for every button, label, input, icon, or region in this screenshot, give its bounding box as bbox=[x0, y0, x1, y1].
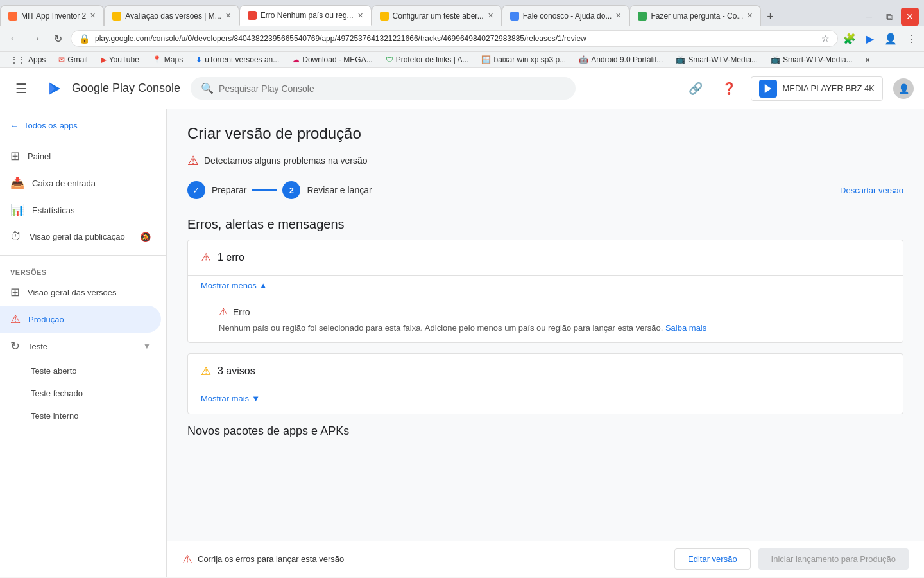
restore-button[interactable]: ⧉ bbox=[880, 8, 898, 26]
warnings-count-header[interactable]: ⚠ 3 avisos bbox=[188, 354, 903, 389]
bookmark-android[interactable]: 🤖 Android 9.0 Portátil... bbox=[574, 54, 668, 66]
tab-close-3[interactable]: ✕ bbox=[357, 12, 363, 20]
error-item: ⚠ Erro Nenhum país ou região foi selecio… bbox=[188, 298, 903, 342]
tab-favicon-2 bbox=[112, 12, 121, 21]
minimize-button[interactable]: ─ bbox=[860, 8, 878, 26]
sidebar-item-estatisticas[interactable]: 📊 Estatísticas bbox=[0, 197, 161, 223]
account-icon[interactable]: 👤 bbox=[883, 31, 898, 46]
tab-close-5[interactable]: ✕ bbox=[615, 12, 621, 20]
error-count-header[interactable]: ⚠ 1 erro bbox=[188, 240, 903, 275]
tab-title-2: Avaliação das versões | M... bbox=[125, 12, 221, 21]
hamburger-menu[interactable]: ☰ bbox=[10, 76, 32, 101]
tab-5[interactable]: Fale conosco - Ajuda do... ✕ bbox=[502, 5, 630, 26]
bookmark-apps-label: Apps bbox=[28, 55, 46, 64]
new-tab-button[interactable]: + bbox=[761, 8, 779, 26]
tab-3[interactable]: Erro Nenhum país ou reg... ✕ bbox=[239, 5, 372, 26]
bookmark-youtube-label: YouTube bbox=[109, 55, 139, 64]
tab-4[interactable]: Configurar um teste aber... ✕ bbox=[372, 5, 502, 26]
tab-close-1[interactable]: ✕ bbox=[90, 12, 96, 20]
chevron-up-icon: ▲ bbox=[259, 281, 268, 290]
menu-icon[interactable]: ⋮ bbox=[903, 31, 919, 46]
launch-btn[interactable]: Iniciar lançamento para Produção bbox=[758, 548, 909, 570]
windows-icon-bm: 🪟 bbox=[481, 55, 491, 64]
sidebar-item-teste[interactable]: ↻ Teste ▼ bbox=[0, 333, 161, 360]
show-more-btn[interactable]: Mostrar mais ▼ bbox=[188, 389, 903, 414]
app-badge-icon bbox=[759, 80, 777, 98]
tab-close-2[interactable]: ✕ bbox=[225, 12, 231, 20]
app-header: ☰ Google Play Console 🔍 🔗 ❓ MEDIA PLAYER… bbox=[0, 68, 924, 109]
bookmark-protetor-label: Protetor de links | A... bbox=[396, 55, 469, 64]
tab-title-3: Erro Nenhum país ou reg... bbox=[261, 11, 354, 20]
help-icon-btn[interactable]: ❓ bbox=[717, 77, 740, 100]
back-button[interactable]: ← bbox=[5, 30, 23, 48]
sidebar-item-teste-interno[interactable]: Teste interno bbox=[0, 405, 161, 427]
app-logo[interactable]: Google Play Console bbox=[42, 77, 180, 100]
bookmark-mega-label: Download - MEGA... bbox=[302, 55, 372, 64]
bottom-error-icon: ⚠ bbox=[182, 552, 193, 566]
bookmark-winxp-label: baixar win xp sp3 p... bbox=[493, 55, 566, 64]
sidebar-item-painel[interactable]: ⊞ Painel bbox=[0, 143, 161, 170]
show-less-btn[interactable]: Mostrar menos ▲ bbox=[188, 276, 903, 298]
shield-icon-bm: 🛡 bbox=[386, 55, 393, 64]
tab-favicon-1 bbox=[8, 12, 17, 21]
tab-title-5: Fale conosco - Ajuda do... bbox=[523, 12, 612, 21]
error-item-icon: ⚠ bbox=[219, 306, 228, 318]
visao-icon: ⏱ bbox=[10, 230, 22, 243]
tab-1[interactable]: MIT App Inventor 2 ✕ bbox=[0, 5, 104, 26]
app-selector[interactable]: MEDIA PLAYER BRZ 4K bbox=[751, 76, 883, 101]
mega-icon: ☁ bbox=[292, 55, 300, 64]
bookmark-youtube[interactable]: ▶ YouTube bbox=[96, 54, 144, 66]
tab-close-4[interactable]: ✕ bbox=[488, 12, 493, 20]
teste-fechado-label: Teste fechado bbox=[31, 389, 83, 398]
bookmark-protetor[interactable]: 🛡 Protetor de links | A... bbox=[381, 54, 474, 66]
step-revisar-label: Revisar e lançar bbox=[307, 185, 372, 195]
forward-button[interactable]: → bbox=[27, 30, 45, 48]
edit-version-btn[interactable]: Editar versão bbox=[674, 548, 751, 570]
bookmark-apps[interactable]: ⋮⋮ Apps bbox=[5, 54, 51, 66]
apps-icon: ⋮⋮ bbox=[10, 55, 26, 64]
search-input[interactable] bbox=[219, 83, 565, 94]
bookmark-maps[interactable]: 📍 Maps bbox=[147, 54, 188, 66]
sidebar-item-producao[interactable]: ⚠ Produção bbox=[0, 306, 161, 333]
sidebar-item-teste-fechado[interactable]: Teste fechado bbox=[0, 382, 161, 405]
tab-title-4: Configurar um teste aber... bbox=[393, 12, 484, 21]
discard-version-btn[interactable]: Descartar versão bbox=[840, 186, 903, 195]
saiba-mais-link[interactable]: Saiba mais bbox=[665, 323, 706, 333]
bookmark-utorrent[interactable]: ⬇ uTorrent versões an... bbox=[191, 54, 284, 66]
tab-2[interactable]: Avaliação das versões | M... ✕ bbox=[104, 5, 239, 26]
bookmark-smart2[interactable]: 📺 Smart-WTV-Media... bbox=[766, 54, 858, 66]
sidebar-item-teste-aberto[interactable]: Teste aberto bbox=[0, 360, 161, 382]
step-revisar-circle: 2 bbox=[282, 181, 300, 199]
search-bar[interactable]: 🔍 bbox=[191, 77, 576, 100]
back-to-apps[interactable]: ← Todos os apps bbox=[0, 114, 166, 137]
bookmark-icon[interactable]: ☆ bbox=[821, 33, 830, 44]
tab-6[interactable]: Fazer uma pergunta - Co... ✕ bbox=[629, 5, 761, 26]
sidebar-item-visao[interactable]: ⏱ Visão geral da publicação 🔕 bbox=[0, 223, 161, 250]
sidebar-item-visao-versoes[interactable]: ⊞ Visão geral das versões bbox=[0, 279, 161, 306]
user-avatar[interactable]: 👤 bbox=[893, 78, 914, 99]
teste-expand-icon: ▼ bbox=[143, 342, 151, 351]
warnings-count-label: 3 avisos bbox=[218, 365, 255, 377]
app-badge-name: MEDIA PLAYER BRZ 4K bbox=[782, 83, 875, 93]
sidebar-item-estatisticas-label: Estatísticas bbox=[32, 206, 74, 215]
bookmark-gmail[interactable]: ✉ Gmail bbox=[53, 54, 92, 66]
address-bar[interactable]: 🔒 play.google.com/console/u/0/developers… bbox=[71, 30, 838, 47]
tab-favicon-3 bbox=[248, 11, 257, 20]
close-button[interactable]: ✕ bbox=[901, 8, 919, 26]
errors-section: ⚠ 1 erro Mostrar menos ▲ ⚠ Erro bbox=[187, 240, 903, 343]
bookmark-smart1[interactable]: 📺 Smart-WTV-Media... bbox=[671, 54, 763, 66]
bookmark-mega[interactable]: ☁ Download - MEGA... bbox=[287, 54, 377, 66]
bookmarks-bar: ⋮⋮ Apps ✉ Gmail ▶ YouTube 📍 Maps ⬇ uTorr… bbox=[0, 52, 924, 68]
more-bookmarks[interactable]: » bbox=[860, 54, 875, 66]
profile-icon[interactable]: ▶ bbox=[862, 31, 878, 46]
tab-close-6[interactable]: ✕ bbox=[747, 12, 753, 20]
extensions-icon[interactable]: 🧩 bbox=[842, 31, 857, 46]
error-item-desc: Nenhum país ou região foi selecionado pa… bbox=[219, 322, 890, 335]
play-console-logo-icon bbox=[42, 77, 65, 100]
show-less-label: Mostrar menos bbox=[201, 281, 257, 290]
link-icon-btn[interactable]: 🔗 bbox=[684, 77, 707, 100]
sidebar-item-caixa[interactable]: 📥 Caixa de entrada bbox=[0, 170, 161, 197]
producao-icon: ⚠ bbox=[10, 312, 21, 326]
bookmark-winxp[interactable]: 🪟 baixar win xp sp3 p... bbox=[476, 54, 571, 66]
reload-button[interactable]: ↻ bbox=[49, 30, 67, 48]
